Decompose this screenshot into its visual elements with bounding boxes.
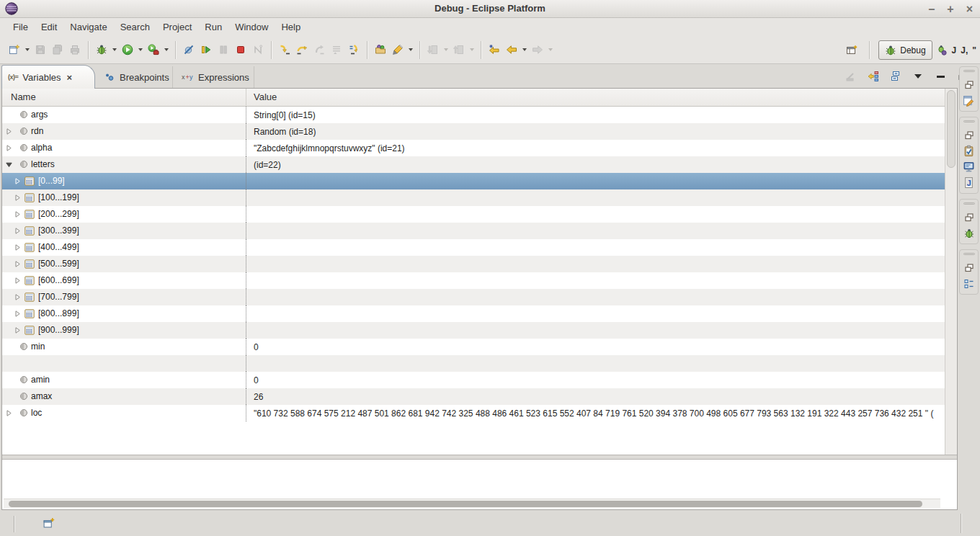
menu-window[interactable]: Window: [228, 19, 275, 35]
restore-view-button[interactable]: [961, 260, 977, 275]
new-button[interactable]: [6, 40, 23, 60]
use-step-filters-button[interactable]: [345, 40, 362, 60]
expander-icon[interactable]: [14, 294, 21, 300]
perspective-other-0[interactable]: [937, 45, 948, 56]
back-button[interactable]: [503, 40, 520, 60]
fast-view-button[interactable]: [40, 516, 56, 531]
last-edit-location-button[interactable]: [486, 40, 503, 60]
expander-icon[interactable]: [6, 161, 12, 168]
debug-view-button[interactable]: [961, 225, 977, 241]
menu-navigate[interactable]: Navigate: [63, 19, 113, 35]
debug-button[interactable]: [93, 40, 110, 60]
view-menu-button[interactable]: [910, 68, 926, 84]
open-task-button[interactable]: [372, 40, 389, 60]
table-row[interactable]: [500...599]: [2, 256, 945, 272]
expander-icon[interactable]: [14, 327, 21, 334]
collapse-all-button[interactable]: [888, 68, 904, 84]
expander-icon[interactable]: [14, 277, 21, 284]
minimize-window-button[interactable]: –: [928, 4, 935, 15]
tasks-view-button[interactable]: [961, 143, 977, 158]
minimize-view-button[interactable]: [932, 68, 948, 84]
table-row[interactable]: [100...199]: [2, 189, 945, 206]
table-row[interactable]: amax26: [2, 388, 945, 405]
expander-icon[interactable]: [14, 261, 21, 267]
horizontal-scrollbar-thumb[interactable]: [9, 501, 922, 507]
table-row[interactable]: [200...299]: [2, 206, 945, 223]
detail-pane[interactable]: [2, 460, 957, 509]
table-row[interactable]: [800...899]: [2, 305, 945, 322]
tab-expressions[interactable]: x+yExpressions: [174, 66, 254, 88]
search-dropdown-arrow[interactable]: [406, 40, 415, 60]
restore-view-button[interactable]: [961, 210, 977, 225]
expander-icon[interactable]: [14, 311, 21, 317]
column-header-name[interactable]: Name: [11, 91, 36, 102]
table-row[interactable]: [700...799]: [2, 289, 945, 305]
resume-button[interactable]: [197, 40, 215, 60]
table-row[interactable]: min0: [2, 339, 945, 355]
close-tab-icon[interactable]: ×: [67, 72, 73, 83]
perspective-debug-button[interactable]: Debug: [878, 40, 932, 60]
vertical-scrollbar-thumb[interactable]: [947, 90, 956, 168]
expander-icon[interactable]: [6, 145, 12, 151]
expander-icon[interactable]: [14, 178, 21, 184]
perspective-other-2[interactable]: J,: [961, 45, 968, 55]
table-row[interactable]: [900...999]: [2, 322, 945, 339]
menu-edit[interactable]: Edit: [35, 19, 63, 35]
outline-view-button[interactable]: [961, 276, 977, 291]
console-view-button[interactable]: [961, 159, 977, 174]
new-dropdown-arrow[interactable]: [23, 40, 32, 60]
search-button[interactable]: [389, 40, 406, 60]
open-perspective-button[interactable]: [843, 40, 860, 61]
skip-all-breakpoints-button[interactable]: [180, 40, 197, 60]
expander-icon[interactable]: [6, 128, 12, 135]
run-button[interactable]: [119, 40, 136, 60]
table-row[interactable]: [2, 355, 945, 372]
menu-file[interactable]: File: [6, 19, 35, 35]
sash-divider[interactable]: [2, 455, 957, 460]
column-header-value[interactable]: Value: [254, 91, 277, 102]
tab-variables[interactable]: (x)=Variables×: [1, 65, 95, 89]
column-divider[interactable]: [246, 89, 246, 107]
trim-drag-handle[interactable]: [963, 202, 975, 205]
menu-run[interactable]: Run: [198, 19, 228, 35]
menu-help[interactable]: Help: [275, 19, 307, 35]
trim-drag-handle[interactable]: [963, 70, 975, 72]
table-row[interactable]: loc"610 732 588 674 575 212 487 501 862 …: [2, 405, 945, 421]
tab-breakpoints[interactable]: Breakpoints: [96, 66, 173, 88]
table-row[interactable]: letters(id=22): [2, 156, 945, 173]
run-external-tools-dropdown-arrow[interactable]: [162, 40, 171, 60]
perspective-other-1[interactable]: J: [952, 45, 957, 55]
table-row[interactable]: argsString[0] (id=15): [2, 107, 945, 123]
expander-icon[interactable]: [14, 195, 21, 201]
back-dropdown-arrow[interactable]: [520, 40, 529, 60]
close-window-button[interactable]: ×: [966, 4, 973, 15]
run-external-tools-button[interactable]: [145, 40, 162, 60]
table-row[interactable]: alpha"Zabcdefghijklmnopqrstuvwxyz" (id=2…: [2, 140, 945, 156]
step-into-button[interactable]: [276, 40, 293, 60]
menu-search[interactable]: Search: [114, 19, 156, 35]
table-row[interactable]: [0...99]: [2, 173, 945, 189]
terminate-button[interactable]: [232, 40, 249, 60]
perspective-other-3[interactable]: ": [972, 45, 976, 55]
maximize-window-button[interactable]: +: [947, 4, 953, 15]
step-over-button[interactable]: [293, 40, 311, 60]
expander-icon[interactable]: [14, 228, 21, 234]
show-logical-structures-button[interactable]: [865, 68, 881, 84]
table-row[interactable]: [300...399]: [2, 223, 945, 239]
run-dropdown-arrow[interactable]: [136, 40, 145, 60]
trim-drag-handle[interactable]: [963, 120, 975, 122]
trim-drag-handle[interactable]: [963, 253, 975, 255]
menu-project[interactable]: Project: [156, 19, 198, 35]
table-row[interactable]: [400...499]: [2, 239, 945, 256]
restore-view-button[interactable]: [961, 77, 977, 92]
restore-view-button[interactable]: [961, 128, 977, 143]
expander-icon[interactable]: [6, 410, 12, 416]
table-row[interactable]: amin0: [2, 372, 945, 388]
junit-view-button[interactable]: J: [961, 175, 977, 190]
debug-dropdown-arrow[interactable]: [110, 40, 119, 60]
editor-view-button[interactable]: [961, 93, 977, 108]
expander-icon[interactable]: [14, 244, 21, 251]
expander-icon[interactable]: [14, 211, 21, 218]
table-row[interactable]: rdnRandom (id=18): [2, 123, 945, 140]
table-row[interactable]: [600...699]: [2, 272, 945, 289]
